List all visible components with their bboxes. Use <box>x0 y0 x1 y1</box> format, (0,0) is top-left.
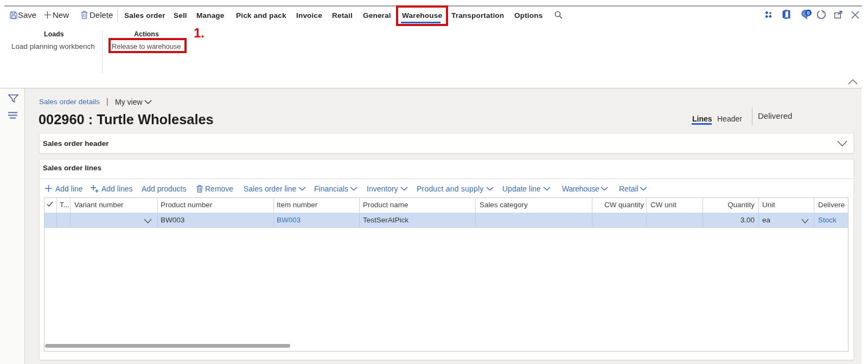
svg-text:0: 0 <box>807 10 809 16</box>
